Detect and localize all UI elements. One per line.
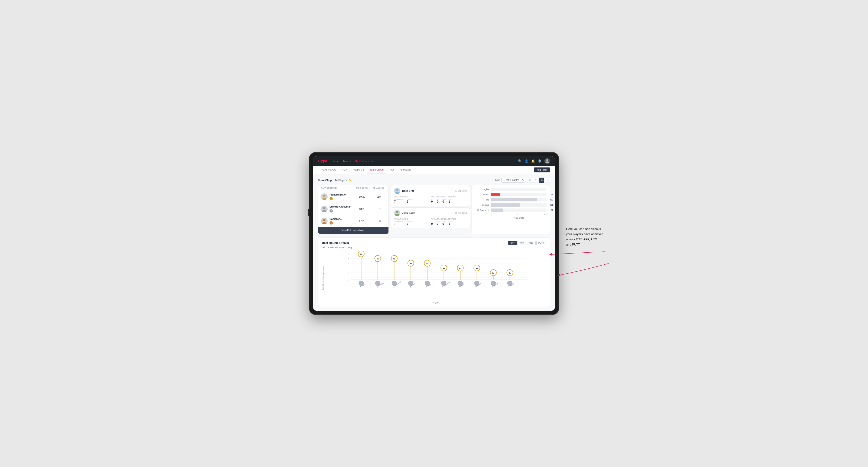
svg-text:5x: 5x bbox=[410, 262, 412, 264]
user-avatar[interactable] bbox=[545, 158, 550, 164]
bar-fill-pars bbox=[491, 198, 537, 201]
table-row: Richard Butler 1 19/20 110 bbox=[318, 191, 389, 203]
users-icon[interactable]: 👤 bbox=[525, 159, 528, 163]
nav-my-performance[interactable]: My Performance bbox=[355, 159, 374, 163]
bar-value-eagles: 3 bbox=[549, 188, 550, 191]
bar-track-dbogeys: 131 bbox=[491, 209, 547, 212]
bar-fill-bogeys bbox=[491, 203, 520, 207]
filter-ott[interactable]: OTT bbox=[508, 241, 517, 245]
filter-app[interactable]: APP bbox=[518, 241, 526, 245]
rank-badge-3: 3 bbox=[330, 221, 333, 224]
total-rounds-label-2: Total Rounds bbox=[394, 218, 430, 220]
sub-nav-hcaps[interactable]: Hcaps 1-5 bbox=[350, 165, 367, 174]
arg-val-2: 0 bbox=[442, 222, 446, 225]
show-label: Show bbox=[494, 179, 500, 181]
add-team-button[interactable]: Add Team bbox=[534, 167, 550, 173]
player-info-2: Edward Crossman 2 bbox=[321, 205, 352, 213]
app-label-1: APP bbox=[437, 198, 440, 200]
card-view-btn[interactable]: ▤ bbox=[539, 178, 544, 183]
bar-fill-dbogeys bbox=[491, 209, 503, 212]
edit-icon[interactable]: ✏️ bbox=[348, 179, 352, 182]
practice-activities-label-2: Total Practice Activities bbox=[431, 218, 467, 220]
svg-text:4x: 4x bbox=[443, 267, 445, 269]
annotation-text: Here you can see streaks your players ha… bbox=[566, 226, 620, 247]
pb-avg-1: 110 bbox=[371, 195, 385, 198]
svg-point-4 bbox=[396, 189, 398, 191]
card-avatar-rees bbox=[394, 188, 400, 194]
right-panel: Rees Britt 02 Sep 2023 Total Rounds Tour… bbox=[391, 185, 550, 234]
table-view-btn[interactable]: ↕ bbox=[545, 178, 550, 183]
settings-icon[interactable]: ⚙️ bbox=[538, 159, 541, 163]
leaderboard-header: PLAYER NAME PB SCORE PB AVG SQ bbox=[318, 185, 389, 191]
putt-val-1: 1 bbox=[448, 200, 453, 203]
annotation-box: Here you can see streaks your players ha… bbox=[566, 226, 620, 247]
streak-plot: 7 6 5 4 3 2 0 7x bbox=[325, 251, 546, 304]
player-card-josh: Josh Coles 26 Aug 2023 Total Rounds Tour… bbox=[391, 207, 470, 228]
arg-label-2: ARG bbox=[442, 220, 446, 222]
bar-chart-panel: Eagles 3 Birdies bbox=[471, 185, 550, 234]
avatar-1 bbox=[321, 193, 328, 200]
table-row: Cameron... 3 17/20 103 bbox=[318, 215, 389, 227]
putt-val-2: 1 bbox=[448, 222, 453, 225]
bar-chart-inner: Eagles 3 Birdies bbox=[475, 188, 547, 219]
rank-badge-1: 1 bbox=[330, 197, 333, 200]
list-view-btn[interactable]: ☰ bbox=[533, 178, 538, 183]
filter-arg[interactable]: ARG bbox=[527, 241, 536, 245]
svg-text:6: 6 bbox=[348, 257, 349, 260]
svg-text:7x: 7x bbox=[360, 253, 362, 255]
svg-text:3x: 3x bbox=[492, 272, 494, 274]
tournament-val-2: 7 bbox=[394, 222, 403, 225]
total-rounds-label-1: Total Rounds bbox=[394, 196, 430, 198]
sub-nav-team-clippd[interactable]: Team Clippd bbox=[367, 165, 386, 174]
practice-val-2: 2 bbox=[407, 222, 412, 225]
sub-nav-all-players[interactable]: All Players bbox=[397, 165, 414, 174]
bar-label-eagles: Eagles bbox=[475, 188, 489, 191]
ott-val-1: 0 bbox=[431, 200, 434, 203]
period-select[interactable]: Last 3 months bbox=[501, 178, 525, 183]
ott-label-2: OTT bbox=[431, 220, 434, 222]
bar-value-dbogeys: 131 bbox=[550, 209, 553, 211]
view-leaderboard-button[interactable]: View Full Leaderboard bbox=[318, 227, 389, 234]
streaks-subtitle: Off The Tee, Fairway Accuracy bbox=[322, 246, 546, 249]
avatar-2 bbox=[321, 206, 328, 212]
nav-teams[interactable]: Teams bbox=[343, 159, 350, 163]
y-axis-label: Best Streak, Fairway Accuracy bbox=[322, 251, 324, 304]
card-date-rees: 02 Sep 2023 bbox=[455, 190, 467, 192]
player-count: 14 Players bbox=[335, 179, 347, 182]
nav-home[interactable]: Home bbox=[332, 159, 338, 163]
filter-putt[interactable]: PUTT bbox=[536, 241, 546, 245]
streaks-title: Best Round Streaks bbox=[322, 241, 349, 245]
streak-filters: OTT APP ARG PUTT bbox=[508, 241, 546, 245]
practice-val-1: 6 bbox=[407, 200, 412, 203]
bar-label-birdies: Birdies bbox=[475, 193, 489, 196]
player-info-1: Richard Butler 1 bbox=[321, 193, 352, 200]
x-axis-label: Players bbox=[325, 302, 546, 304]
bar-track-pars: 499 bbox=[491, 198, 547, 201]
svg-text:7: 7 bbox=[348, 253, 349, 255]
sub-nav-pgat[interactable]: PGAT Players bbox=[318, 165, 339, 174]
svg-text:4: 4 bbox=[348, 267, 349, 269]
putt-label-1: PUTT bbox=[448, 198, 453, 200]
card-name-rees: Rees Britt bbox=[402, 189, 414, 192]
team-name: Team Clippd bbox=[318, 179, 333, 182]
table-row: Edward Crossman 2 18/20 107 bbox=[318, 203, 389, 215]
svg-text:2: 2 bbox=[348, 276, 349, 279]
view-icons: ⊞ ☰ ▤ ↕ bbox=[527, 178, 550, 183]
app-label-2: APP bbox=[437, 220, 440, 222]
player-card-rees: Rees Britt 02 Sep 2023 Total Rounds Tour… bbox=[391, 185, 470, 206]
player-name-3: Cameron... bbox=[330, 217, 342, 220]
svg-text:3x: 3x bbox=[509, 272, 511, 274]
svg-text:6x: 6x bbox=[377, 258, 379, 260]
search-icon[interactable]: 🔍 bbox=[518, 159, 522, 163]
svg-text:0: 0 bbox=[348, 279, 349, 281]
pb-score-3: 17/20 bbox=[352, 220, 371, 222]
sub-nav-pga[interactable]: PGA bbox=[339, 165, 350, 174]
practice-label-1: Practice bbox=[407, 198, 412, 200]
sub-nav-tour[interactable]: Tour bbox=[386, 165, 397, 174]
svg-text:6x: 6x bbox=[393, 258, 395, 260]
grid-view-btn[interactable]: ⊞ bbox=[527, 178, 532, 183]
bell-icon[interactable]: 🔔 bbox=[531, 159, 535, 163]
svg-point-1 bbox=[323, 195, 326, 197]
bar-row-pars: Pars 499 bbox=[475, 198, 547, 201]
bar-label-dbogeys: D. Bogeys + bbox=[475, 209, 489, 211]
